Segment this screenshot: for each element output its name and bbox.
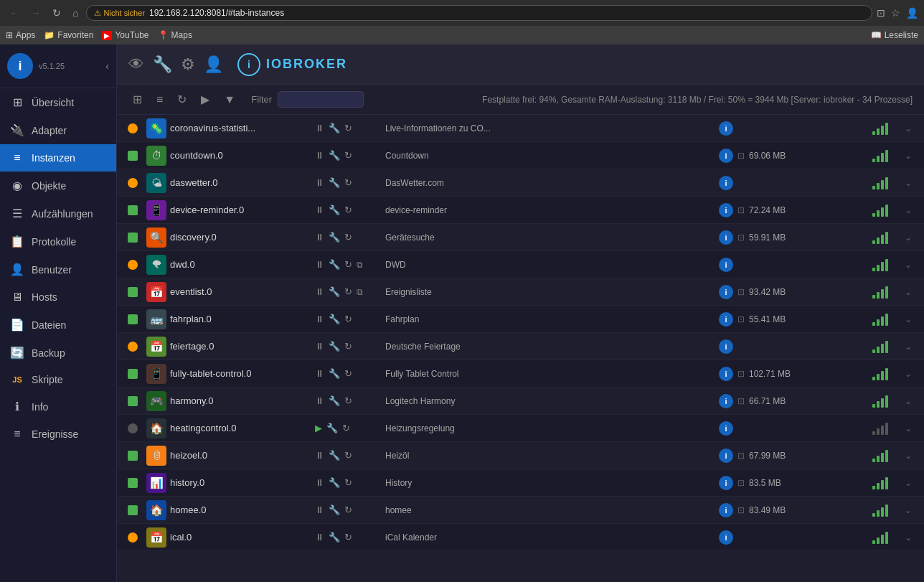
open-link-icon[interactable]: ⧉ xyxy=(355,258,364,271)
info-button[interactable]: i xyxy=(719,121,733,136)
restart-instance-button[interactable]: ↻ xyxy=(343,121,354,135)
restart-instance-button[interactable]: ↻ xyxy=(343,476,354,489)
expand-button[interactable]: ⌄ xyxy=(905,532,912,543)
address-bar[interactable]: ⚠ Nicht sicher 192.168.2.120:8081/#tab-i… xyxy=(86,5,872,21)
restart-instance-button[interactable]: ↻ xyxy=(343,230,354,244)
expand-button[interactable]: ⌄ xyxy=(905,151,912,161)
info-button[interactable]: i xyxy=(719,149,733,163)
info-button[interactable]: i xyxy=(719,230,733,245)
expand-button[interactable]: ⌄ xyxy=(905,423,912,433)
pause-instance-button[interactable]: ⏸ xyxy=(314,203,326,217)
expand-button[interactable]: ⌄ xyxy=(905,314,912,324)
info-button[interactable]: i xyxy=(719,394,733,408)
pause-instance-button[interactable]: ⏸ xyxy=(314,285,326,299)
expand-button[interactable]: ⌄ xyxy=(905,233,912,243)
filter-input[interactable] xyxy=(278,91,364,108)
back-button[interactable]: ← xyxy=(6,6,23,20)
settings-instance-button[interactable]: 🔧 xyxy=(327,230,341,244)
expand-button[interactable]: ⌄ xyxy=(905,123,912,133)
restart-instance-button[interactable]: ↻ xyxy=(343,176,354,189)
sidebar-item-objekte[interactable]: ◉ Objekte xyxy=(0,172,116,200)
settings-instance-button[interactable]: 🔧 xyxy=(327,530,341,544)
person-icon[interactable]: 👤 xyxy=(204,55,223,74)
list-view-button[interactable]: ≡ xyxy=(152,90,167,109)
restart-instance-button[interactable]: ↻ xyxy=(343,394,354,408)
info-button[interactable]: i xyxy=(719,258,733,272)
sidebar-item-backup[interactable]: 🔄 Backup xyxy=(0,339,116,367)
gear-icon[interactable]: ⚙ xyxy=(181,55,195,74)
expand-button[interactable]: ⌄ xyxy=(905,342,912,352)
expand-button[interactable]: ⌄ xyxy=(905,369,912,379)
pause-instance-button[interactable]: ⏸ xyxy=(314,339,326,353)
pause-instance-button[interactable]: ⏸ xyxy=(314,394,326,408)
restart-instance-button[interactable]: ↻ xyxy=(343,449,354,462)
restart-instance-button[interactable]: ↻ xyxy=(343,285,354,299)
bookmark-button[interactable]: ☆ xyxy=(891,7,900,19)
expand-button[interactable]: ⌄ xyxy=(905,260,912,270)
sidebar-item-dateien[interactable]: 📄 Dateien xyxy=(0,311,116,339)
settings-instance-button[interactable]: 🔧 xyxy=(327,367,341,380)
pause-instance-button[interactable]: ⏸ xyxy=(314,312,326,326)
info-button[interactable]: i xyxy=(719,503,733,517)
settings-instance-button[interactable]: 🔧 xyxy=(327,121,341,135)
eye-icon[interactable]: 👁 xyxy=(128,55,144,74)
restart-instance-button[interactable]: ↻ xyxy=(343,339,354,353)
settings-instance-button[interactable]: 🔧 xyxy=(327,339,341,353)
restart-instance-button[interactable]: ↻ xyxy=(341,421,352,435)
home-button[interactable]: ⌂ xyxy=(69,6,82,20)
sidebar-toggle-button[interactable]: ‹ xyxy=(105,60,109,72)
card-view-button[interactable]: ⊞ xyxy=(128,90,146,109)
info-button[interactable]: i xyxy=(719,530,733,545)
restart-instance-button[interactable]: ↻ xyxy=(343,503,354,517)
sidebar-item-benutzer[interactable]: 👤 Benutzer xyxy=(0,255,116,283)
settings-instance-button[interactable]: 🔧 xyxy=(327,149,341,162)
settings-instance-button[interactable]: 🔧 xyxy=(327,503,341,517)
restart-instance-button[interactable]: ↻ xyxy=(343,312,354,326)
sidebar-item-skripte[interactable]: JS Skripte xyxy=(0,367,116,393)
info-button[interactable]: i xyxy=(719,285,733,299)
restart-instance-button[interactable]: ↻ xyxy=(343,258,354,271)
info-button[interactable]: i xyxy=(719,476,733,490)
pause-instance-button[interactable]: ⏸ xyxy=(314,367,326,380)
pause-instance-button[interactable]: ⏸ xyxy=(314,530,326,544)
cast-button[interactable]: ⊡ xyxy=(877,7,885,19)
pause-instance-button[interactable]: ⏸ xyxy=(314,503,326,517)
info-button[interactable]: i xyxy=(719,449,733,463)
readlist[interactable]: 📖 Leseliste xyxy=(871,30,918,40)
restart-instance-button[interactable]: ↻ xyxy=(343,203,354,217)
sidebar-item-ubersicht[interactable]: ⊞ Übersicht xyxy=(0,88,116,116)
filter-button[interactable]: ▼ xyxy=(220,90,240,109)
play-button[interactable]: ▶ xyxy=(197,90,214,109)
info-button[interactable]: i xyxy=(719,312,733,327)
pause-instance-button[interactable]: ⏸ xyxy=(314,258,326,271)
open-link-icon[interactable]: ⧉ xyxy=(355,286,364,299)
restart-instance-button[interactable]: ↻ xyxy=(343,367,354,380)
settings-instance-button[interactable]: 🔧 xyxy=(327,312,341,326)
settings-instance-button[interactable]: 🔧 xyxy=(327,176,341,189)
sidebar-item-aufzahlungen[interactable]: ☰ Aufzählungen xyxy=(0,200,116,227)
bookmark-maps[interactable]: 📍 Maps xyxy=(158,30,192,40)
settings-instance-button[interactable]: 🔧 xyxy=(327,258,341,271)
pause-instance-button[interactable]: ⏸ xyxy=(314,230,326,244)
wrench-icon[interactable]: 🔧 xyxy=(153,55,172,74)
pause-instance-button[interactable]: ⏸ xyxy=(314,476,326,489)
sidebar-item-hosts[interactable]: 🖥 Hosts xyxy=(0,283,116,311)
profile-button[interactable]: 👤 xyxy=(906,7,918,19)
sidebar-item-adapter[interactable]: 🔌 Adapter xyxy=(0,116,116,144)
play-instance-button[interactable]: ▶ xyxy=(314,421,324,435)
settings-instance-button[interactable]: 🔧 xyxy=(325,421,339,435)
settings-instance-button[interactable]: 🔧 xyxy=(327,285,341,299)
info-button[interactable]: i xyxy=(719,421,733,436)
pause-instance-button[interactable]: ⏸ xyxy=(314,176,326,189)
info-button[interactable]: i xyxy=(719,203,733,217)
settings-instance-button[interactable]: 🔧 xyxy=(327,476,341,489)
bookmark-apps[interactable]: ⊞ Apps xyxy=(6,30,35,40)
expand-button[interactable]: ⌄ xyxy=(905,287,912,297)
settings-instance-button[interactable]: 🔧 xyxy=(327,394,341,408)
expand-button[interactable]: ⌄ xyxy=(905,478,912,488)
info-button[interactable]: i xyxy=(719,367,733,381)
sidebar-item-instanzen[interactable]: ≡ Instanzen xyxy=(0,144,116,172)
expand-button[interactable]: ⌄ xyxy=(905,178,912,188)
expand-button[interactable]: ⌄ xyxy=(905,505,912,515)
settings-instance-button[interactable]: 🔧 xyxy=(327,203,341,217)
